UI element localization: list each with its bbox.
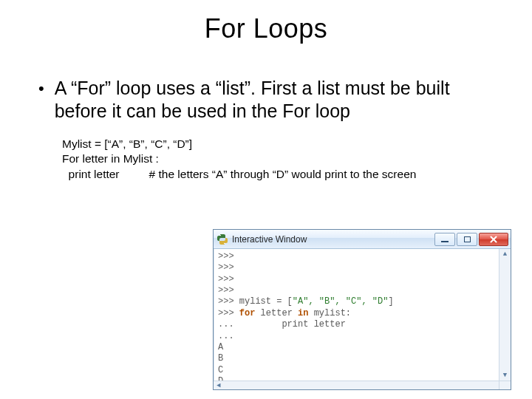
code-comment: # the letters “A” through “D” would prin… [149,167,417,183]
console-output[interactable]: >>> >>> >>> >>> >>> mylist = ["A", "B", … [214,249,499,381]
svg-point-1 [224,242,225,244]
slide: For Loops • A “For” loop uses a “list”. … [0,0,532,183]
horizontal-scrollbar[interactable]: ◄ [214,381,499,389]
scrollbar-corner [499,381,511,389]
scroll-down-icon[interactable]: ▼ [502,372,509,379]
code-line-3: print letter# the letters “A” through “D… [62,167,497,183]
window-title: Interactive Window [232,234,434,245]
close-button[interactable] [479,233,508,246]
svg-point-0 [219,234,221,236]
scroll-up-icon[interactable]: ▲ [502,250,509,258]
pseudocode-block: Mylist = [“A”, “B”, “C”, “D”] For letter… [35,137,497,183]
code-line-1: Mylist = [“A”, “B”, “C”, “D”] [62,137,497,152]
minimize-button[interactable] [434,233,455,246]
scroll-left-icon[interactable]: ◄ [215,383,222,389]
bullet-text: A “For” loop uses a “list”. First a list… [55,77,497,123]
slide-title: For Loops [35,13,497,44]
window-body: >>> >>> >>> >>> >>> mylist = ["A", "B", … [214,249,511,389]
vertical-scrollbar[interactable]: ▲ ▼ [499,249,511,381]
bullet-item: • A “For” loop uses a “list”. First a li… [35,77,497,123]
window-titlebar[interactable]: Interactive Window [214,230,511,249]
close-icon [490,236,497,243]
maximize-button[interactable] [457,233,477,246]
interactive-window: Interactive Window >>> >>> >>> >>> >>> m… [213,229,511,390]
python-icon [216,233,228,245]
bullet-marker: • [38,77,44,100]
window-buttons [434,233,508,246]
code-line-2: For letter in Mylist : [62,151,497,167]
